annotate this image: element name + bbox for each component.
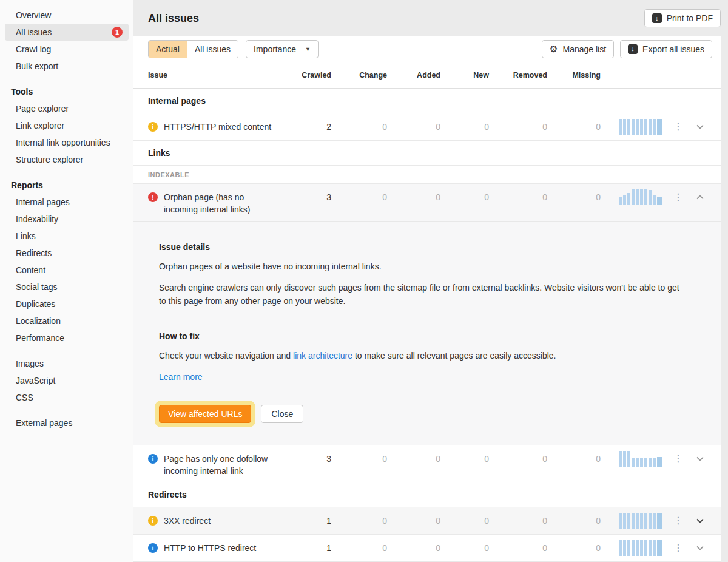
- print-to-pdf-button[interactable]: ↓ Print to PDF: [644, 9, 721, 27]
- sidebar-item-indexability[interactable]: Indexability: [5, 211, 129, 228]
- kebab-menu-icon[interactable]: ⋮: [667, 191, 689, 203]
- sidebar-item-label: Page explorer: [16, 104, 69, 113]
- added-value: 0: [387, 542, 440, 554]
- new-value: 0: [440, 121, 489, 133]
- sidebar-item-label: Crawl log: [16, 44, 51, 54]
- warning-icon: [148, 516, 158, 526]
- new-value: 0: [440, 515, 489, 527]
- issue-details-paragraph: Orphan pages of a website have no incomi…: [159, 260, 684, 274]
- view-affected-urls-button[interactable]: View affected URLs: [159, 405, 251, 423]
- kebab-menu-icon[interactable]: ⋮: [667, 121, 689, 133]
- column-removed: Removed: [489, 62, 547, 89]
- sidebar-item-performance[interactable]: Performance: [5, 330, 129, 347]
- learn-more-link[interactable]: Learn more: [159, 372, 203, 382]
- change-value: 0: [331, 515, 387, 527]
- crawled-value[interactable]: 1: [284, 515, 331, 527]
- sidebar-item-label: CSS: [16, 393, 33, 402]
- sidebar-item-redirects[interactable]: Redirects: [5, 245, 129, 262]
- print-to-pdf-label: Print to PDF: [667, 13, 713, 23]
- sidebar-item-css[interactable]: CSS: [5, 389, 129, 406]
- segment-actual[interactable]: Actual: [149, 41, 187, 58]
- chevron-up-icon[interactable]: [689, 193, 711, 201]
- error-icon: [148, 192, 158, 202]
- view-segmented-control: Actual All issues: [148, 40, 238, 58]
- section-links: Links: [133, 141, 721, 166]
- issue-row-orphan-page[interactable]: Orphan page (has noincoming internal lin…: [133, 184, 721, 220]
- sidebar-item-bulk-export[interactable]: Bulk export: [5, 58, 129, 75]
- kebab-menu-icon[interactable]: ⋮: [667, 542, 689, 554]
- sidebar-item-crawl-log[interactable]: Crawl log: [5, 41, 129, 58]
- sidebar-item-localization[interactable]: Localization: [5, 313, 129, 330]
- sidebar-item-links[interactable]: Links: [5, 228, 129, 245]
- sidebar-item-external-pages[interactable]: External pages: [5, 415, 129, 432]
- crawled-value[interactable]: 3: [284, 453, 331, 465]
- warning-icon: [148, 122, 158, 132]
- export-all-issues-button[interactable]: ↓ Export all issues: [620, 40, 712, 58]
- issue-details-paragraph: Search engine crawlers can only discover…: [159, 282, 684, 308]
- sidebar-item-label: Internal pages: [16, 197, 70, 207]
- notice-icon: [148, 454, 158, 464]
- sidebar-item-label: All issues: [16, 27, 52, 37]
- column-crawled: Crawled: [284, 62, 331, 89]
- segment-all-issues[interactable]: All issues: [187, 41, 238, 58]
- removed-value: 0: [489, 191, 547, 203]
- sidebar-item-social-tags[interactable]: Social tags: [5, 279, 129, 296]
- sidebar-item-label: Bulk export: [16, 61, 58, 71]
- issue-row-3xx-redirect[interactable]: 3XX redirect 1 0 0 0 0 0 ⋮: [133, 507, 721, 535]
- sidebar-item-duplicates[interactable]: Duplicates: [5, 296, 129, 313]
- sidebar-item-label: Overview: [16, 10, 51, 20]
- sidebar-item-javascript[interactable]: JavaScript: [5, 372, 129, 389]
- added-value: 0: [387, 121, 440, 133]
- change-value: 0: [331, 191, 387, 203]
- new-value: 0: [440, 542, 489, 554]
- sidebar-item-internal-pages[interactable]: Internal pages: [5, 194, 129, 211]
- sidebar-group-tools: Tools: [0, 83, 133, 100]
- chevron-down-icon[interactable]: [689, 123, 711, 131]
- table-header: Issue Crawled Change Added New Removed M…: [133, 62, 721, 89]
- sidebar-item-label: Social tags: [16, 282, 57, 292]
- link-architecture-link[interactable]: link architecture: [293, 351, 352, 361]
- sidebar-item-images[interactable]: Images: [5, 355, 129, 372]
- chevron-down-icon: ▼: [305, 46, 311, 52]
- crawled-value[interactable]: 2: [284, 121, 331, 133]
- crawled-value[interactable]: 3: [284, 191, 331, 203]
- kebab-menu-icon[interactable]: ⋮: [667, 453, 689, 465]
- sidebar-item-page-explorer[interactable]: Page explorer: [5, 100, 129, 117]
- sidebar-item-label: Redirects: [16, 248, 52, 258]
- missing-value: 0: [547, 542, 601, 554]
- missing-value: 0: [547, 121, 601, 133]
- new-value: 0: [440, 191, 489, 203]
- importance-dropdown[interactable]: Importance ▼: [246, 40, 318, 58]
- manage-list-label: Manage list: [562, 44, 606, 54]
- sidebar: Overview All issues 1 Crawl log Bulk exp…: [0, 0, 133, 562]
- new-value: 0: [440, 453, 489, 465]
- history-sparkline: [619, 189, 667, 205]
- chevron-down-icon[interactable]: [689, 544, 711, 552]
- added-value: 0: [387, 191, 440, 203]
- issue-title: HTTPS/HTTP mixed content: [164, 121, 271, 133]
- column-change: Change: [331, 62, 387, 89]
- sidebar-item-label: Indexability: [16, 214, 58, 224]
- subsection-indexable: INDEXABLE: [133, 166, 721, 185]
- chevron-down-icon[interactable]: [689, 455, 711, 463]
- main-content: All issues ↓ Print to PDF Actual All iss…: [133, 0, 728, 562]
- sidebar-item-internal-link-opportunities[interactable]: Internal link opportunities: [5, 134, 129, 151]
- missing-value: 0: [547, 191, 601, 203]
- sidebar-item-link-explorer[interactable]: Link explorer: [5, 117, 129, 134]
- issue-row-one-dofollow-link[interactable]: Page has only one dofollowincoming inter…: [133, 445, 721, 482]
- sidebar-item-content[interactable]: Content: [5, 262, 129, 279]
- issue-title: Orphan page (has noincoming internal lin…: [164, 191, 250, 215]
- issue-row-http-to-https-redirect[interactable]: HTTP to HTTPS redirect 1 0 0 0 0 0 ⋮: [133, 535, 721, 562]
- issue-row-https-http-mixed-content[interactable]: HTTPS/HTTP mixed content 2 0 0 0 0 0 ⋮: [133, 113, 721, 141]
- crawled-value[interactable]: 1: [284, 542, 331, 554]
- change-value: 0: [331, 453, 387, 465]
- issues-card: Actual All issues Importance ▼ ⚙ Manage …: [133, 36, 721, 562]
- chevron-down-icon[interactable]: [689, 516, 711, 525]
- sidebar-item-all-issues[interactable]: All issues 1: [5, 24, 129, 41]
- sidebar-item-overview[interactable]: Overview: [5, 7, 129, 24]
- sidebar-item-structure-explorer[interactable]: Structure explorer: [5, 151, 129, 168]
- sidebar-item-label: JavaScript: [16, 376, 55, 385]
- kebab-menu-icon[interactable]: ⋮: [667, 515, 689, 527]
- close-button[interactable]: Close: [261, 405, 303, 423]
- manage-list-button[interactable]: ⚙ Manage list: [542, 40, 614, 58]
